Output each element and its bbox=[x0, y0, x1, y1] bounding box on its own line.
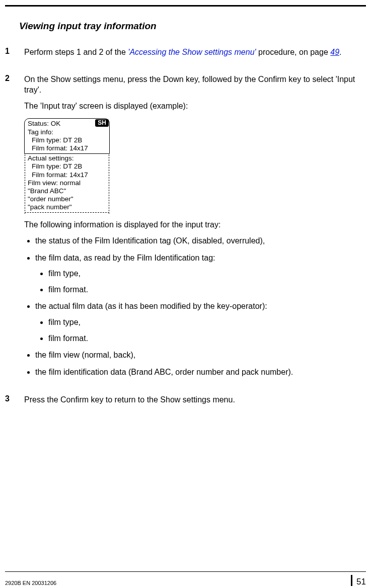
screen-line: Film format: 14x17 bbox=[27, 171, 107, 179]
sub-list: film type, film format. bbox=[35, 317, 366, 344]
page-reference-link[interactable]: 49 bbox=[330, 48, 339, 56]
screen-visible-area: SH Status: OK Tag info: Film type: DT 2B… bbox=[24, 118, 110, 154]
list-item: film format. bbox=[48, 284, 366, 295]
document-page: Viewing input tray information 1 Perform… bbox=[0, 0, 371, 588]
step-body: On the Show settings menu, press the Dow… bbox=[24, 74, 366, 384]
list-item: the actual film data (as it has been mod… bbox=[35, 301, 366, 344]
section-title: Viewing input tray information bbox=[19, 21, 366, 32]
screen-line: Film view: normal bbox=[27, 179, 107, 187]
list-item: the film identification data (Brand ABC,… bbox=[35, 367, 366, 378]
screen-line: "pack number" bbox=[27, 203, 107, 211]
footer-doc-id: 2920B EN 20031206 bbox=[5, 580, 56, 586]
text: the film data, as read by the Film Ident… bbox=[35, 254, 215, 262]
step-number: 2 bbox=[5, 74, 24, 384]
sub-list: film type, film format. bbox=[35, 268, 366, 295]
list-item: the film view (normal, back), bbox=[35, 350, 366, 361]
sh-badge: SH bbox=[95, 119, 109, 126]
screen-line: Actual settings: bbox=[27, 154, 107, 162]
step-1-paragraph: Perform steps 1 and 2 of the 'Accessing … bbox=[24, 47, 366, 58]
page-footer: 2920B EN 20031206 51 bbox=[5, 571, 366, 588]
screen-line: Film format: 14x17 bbox=[27, 144, 107, 152]
step-2-paragraph-3: The following information is displayed f… bbox=[24, 219, 366, 230]
text: . bbox=[339, 48, 341, 56]
list-item: the status of the Film Identification ta… bbox=[35, 235, 366, 246]
step-body: Perform steps 1 and 2 of the 'Accessing … bbox=[24, 47, 366, 63]
text: film type, bbox=[48, 318, 81, 326]
list-item: film format. bbox=[48, 333, 366, 344]
text: the status of the Film Identification ta… bbox=[35, 236, 265, 245]
footer-page-number: 51 bbox=[351, 575, 366, 586]
screen-line: Film type: DT 2B bbox=[27, 162, 107, 171]
step-number: 1 bbox=[5, 47, 24, 63]
step-3: 3 Press the Confirm key to return to the… bbox=[5, 394, 366, 410]
text: procedure, on page bbox=[256, 48, 331, 56]
screen-line: Tag info: bbox=[27, 128, 107, 136]
text: the actual film data (as it has been mod… bbox=[35, 302, 267, 310]
step-1: 1 Perform steps 1 and 2 of the 'Accessin… bbox=[5, 47, 366, 63]
text: film format. bbox=[48, 285, 88, 294]
list-item: film type, bbox=[48, 317, 366, 328]
step-2: 2 On the Show settings menu, press the D… bbox=[5, 74, 366, 384]
step-2-paragraph-2: The 'Input tray' screen is displayed (ex… bbox=[24, 101, 366, 112]
screen-line: "order number" bbox=[27, 195, 107, 203]
text: film type, bbox=[48, 269, 81, 278]
info-list: the status of the Film Identification ta… bbox=[24, 235, 366, 377]
text: the film view (normal, back), bbox=[35, 351, 135, 359]
top-rule bbox=[5, 5, 366, 7]
cross-reference-link[interactable]: 'Accessing the Show settings menu' bbox=[128, 48, 256, 56]
text: the film identification data (Brand ABC,… bbox=[35, 368, 293, 376]
screen-line: Film type: DT 2B bbox=[27, 136, 107, 144]
text: Perform steps 1 and 2 of the bbox=[24, 48, 128, 56]
text: film format. bbox=[48, 334, 88, 343]
screen-scrolled-area: Actual settings: Film type: DT 2B Film f… bbox=[24, 154, 110, 214]
dashed-bottom bbox=[25, 212, 109, 213]
step-2-paragraph-1: On the Show settings menu, press the Dow… bbox=[24, 74, 366, 96]
step-3-paragraph: Press the Confirm key to return to the S… bbox=[24, 394, 366, 405]
screen-line: "Brand ABC" bbox=[27, 187, 107, 195]
step-number: 3 bbox=[5, 394, 24, 410]
device-screen-example: SH Status: OK Tag info: Film type: DT 2B… bbox=[24, 118, 110, 214]
list-item: the film data, as read by the Film Ident… bbox=[35, 253, 366, 295]
list-item: film type, bbox=[48, 268, 366, 279]
step-body: Press the Confirm key to return to the S… bbox=[24, 394, 366, 410]
